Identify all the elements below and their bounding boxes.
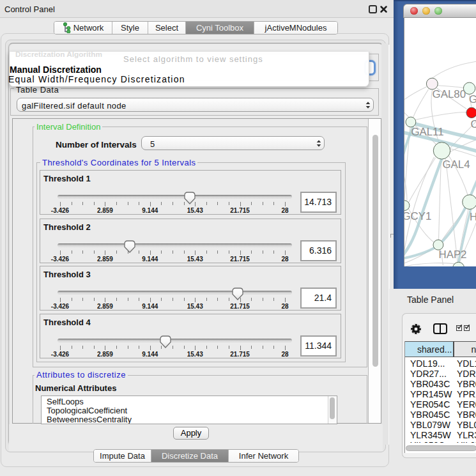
svg-text:GAL4: GAL4	[442, 158, 470, 171]
svg-text:GA: GA	[469, 93, 476, 105]
svg-text:HAP2: HAP2	[439, 249, 467, 261]
svg-text:C: C	[471, 118, 476, 130]
svg-text:GCY1: GCY1	[404, 210, 431, 222]
svg-text:H: H	[470, 211, 476, 223]
svg-text:GAL11: GAL11	[411, 126, 443, 138]
svg-text:GAL80: GAL80	[433, 88, 466, 100]
